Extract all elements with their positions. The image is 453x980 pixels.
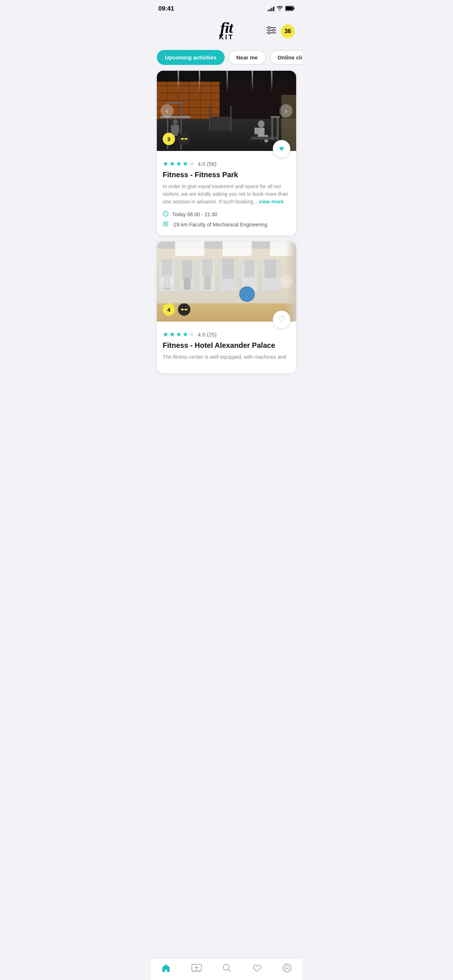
- map-icon: [163, 221, 169, 228]
- svg-rect-34: [185, 138, 186, 140]
- svg-rect-46: [184, 278, 190, 290]
- card-2: ‹ › 4 ♡ ★ ★ ★ ★ ★: [157, 241, 296, 373]
- svg-point-7: [273, 29, 274, 31]
- svg-rect-38: [166, 222, 168, 223]
- card-1-image-container: ‹ › 3 ♥: [157, 71, 296, 151]
- filter-button[interactable]: [266, 26, 276, 37]
- svg-rect-35: [186, 138, 187, 140]
- svg-point-22: [258, 120, 265, 127]
- status-icons: [268, 5, 295, 12]
- svg-rect-2: [293, 7, 295, 9]
- clock-icon: [163, 211, 169, 218]
- card-1-description: In order to give equal treatment and spa…: [163, 183, 290, 205]
- svg-rect-33: [183, 138, 185, 139]
- svg-rect-26: [251, 137, 278, 140]
- card-1-content: ★ ★ ★ ★ ★ 4.0 (58) Fitness - Fitness Par…: [157, 151, 296, 235]
- logo-kit: KIT: [219, 33, 234, 41]
- tab-upcoming[interactable]: Upcoming activities: [157, 50, 225, 65]
- svg-rect-15: [173, 125, 178, 136]
- svg-rect-18: [211, 117, 231, 131]
- star-1: ★: [163, 160, 169, 168]
- svg-rect-49: [204, 276, 211, 290]
- svg-rect-27: [271, 117, 274, 140]
- status-bar: 09:41: [151, 0, 302, 15]
- svg-rect-29: [271, 116, 280, 118]
- tabs-container: Upcoming activities Near me Online class…: [151, 47, 302, 71]
- svg-rect-37: [163, 222, 165, 223]
- svg-rect-51: [222, 258, 234, 278]
- svg-rect-24: [255, 127, 258, 134]
- signal-icon: [268, 6, 274, 11]
- card-1-type-badge: [178, 133, 190, 145]
- svg-rect-60: [183, 309, 185, 310]
- svg-rect-17: [177, 125, 179, 133]
- card-2-prev-button[interactable]: ‹: [161, 275, 174, 288]
- card-1-stars: ★ ★ ★ ★ ★: [163, 160, 195, 168]
- svg-rect-19: [210, 129, 231, 132]
- svg-rect-31: [181, 138, 182, 140]
- card-1-number-badge: 3: [163, 133, 175, 145]
- svg-rect-45: [182, 260, 192, 279]
- card-1-favorite-button[interactable]: ♥: [273, 140, 290, 158]
- star-3: ★: [176, 160, 182, 168]
- wifi-icon: [276, 5, 283, 12]
- header: fit KIT 36: [151, 15, 302, 47]
- status-time: 09:41: [158, 5, 174, 13]
- card-1-meta: Today 06:00 - 21:30 -29 km Faculty of Me…: [163, 211, 290, 228]
- star-4: ★: [182, 330, 188, 338]
- svg-rect-28: [276, 117, 279, 140]
- svg-rect-40: [166, 224, 168, 226]
- card-1-prev-button[interactable]: ‹: [161, 104, 174, 118]
- svg-rect-48: [203, 259, 213, 276]
- logo: fit KIT: [219, 19, 234, 41]
- svg-rect-61: [185, 309, 186, 310]
- card-1: ‹ › 3 ♥ ★ ★ ★ ★ ★: [157, 71, 296, 235]
- card-2-type-badge: [178, 303, 190, 316]
- card-1-rating-text: 4.0 (58): [198, 161, 217, 167]
- card-2-rating-row: ★ ★ ★ ★ ★ 4.0 (25): [163, 330, 290, 338]
- svg-rect-55: [265, 259, 276, 278]
- svg-point-14: [172, 119, 178, 125]
- card-2-favorite-button[interactable]: ♡: [273, 310, 290, 328]
- svg-rect-32: [182, 138, 183, 140]
- svg-rect-23: [258, 127, 265, 138]
- star-1: ★: [163, 330, 169, 338]
- tab-near-me[interactable]: Near me: [228, 50, 266, 65]
- svg-rect-58: [181, 309, 182, 310]
- card-1-next-button[interactable]: ›: [279, 104, 292, 118]
- notification-badge[interactable]: 36: [281, 24, 295, 38]
- card-1-time-row: Today 06:00 - 21:30: [163, 211, 290, 218]
- card-2-title: Fitness - Hotel Alexander Palace: [163, 341, 290, 350]
- svg-rect-20: [209, 106, 211, 131]
- star-5: ★: [189, 160, 195, 168]
- svg-rect-53: [244, 260, 255, 277]
- svg-point-8: [268, 32, 270, 34]
- star-4: ★: [182, 160, 188, 168]
- card-2-stars: ★ ★ ★ ★ ★: [163, 330, 195, 338]
- battery-icon: [285, 6, 295, 12]
- card-2-number-badge: 4: [163, 303, 175, 316]
- card-2-image-container: ‹ › 4 ♡: [157, 241, 296, 321]
- svg-rect-21: [230, 106, 231, 131]
- bottom-spacer: [151, 379, 302, 408]
- card-1-rating-row: ★ ★ ★ ★ ★ 4.0 (58): [163, 160, 290, 168]
- star-2: ★: [169, 160, 175, 168]
- svg-rect-62: [186, 309, 187, 310]
- card-2-content: ★ ★ ★ ★ ★ 4.0 (25) Fitness - Hotel Alexa…: [157, 321, 296, 373]
- tab-online-classes[interactable]: Online classes: [270, 50, 302, 65]
- card-2-next-button[interactable]: ›: [279, 275, 292, 288]
- card-2-rating-text: 4.0 (25): [198, 331, 217, 337]
- card-1-location-text: -29 km Faculty of Mechanical Engineering: [172, 222, 267, 228]
- svg-rect-1: [286, 6, 293, 10]
- card-1-view-more[interactable]: view more: [259, 199, 284, 205]
- star-3: ★: [176, 330, 182, 338]
- svg-rect-59: [182, 309, 183, 310]
- card-1-time-text: Today 06:00 - 21:30: [172, 212, 217, 217]
- star-2: ★: [169, 330, 175, 338]
- svg-rect-11: [166, 102, 182, 103]
- card-1-title: Fitness - Fitness Park: [163, 170, 290, 179]
- svg-point-6: [268, 27, 270, 29]
- card-2-description: The fitness center is well equipped, wit…: [163, 353, 290, 361]
- svg-rect-42: [162, 259, 172, 276]
- header-actions: 36: [266, 24, 295, 38]
